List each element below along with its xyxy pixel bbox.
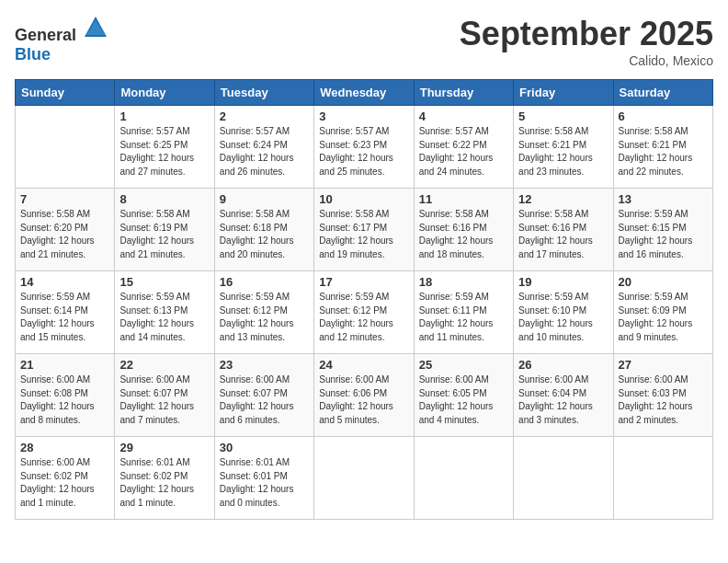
calendar-cell: 30Sunrise: 6:01 AM Sunset: 6:01 PM Dayli… [214, 437, 313, 520]
logo-general: General [15, 26, 76, 44]
day-number: 27 [619, 358, 708, 372]
day-info: Sunrise: 5:59 AM Sunset: 6:12 PM Dayligh… [220, 291, 309, 344]
page-header: General Blue September 2025 Calido, Mexi… [15, 15, 713, 68]
day-info: Sunrise: 6:00 AM Sunset: 6:02 PM Dayligh… [20, 456, 109, 510]
location: Calido, Mexico [460, 53, 713, 68]
calendar-cell: 18Sunrise: 5:59 AM Sunset: 6:11 PM Dayli… [414, 271, 513, 354]
calendar-cell: 19Sunrise: 5:59 AM Sunset: 6:10 PM Dayli… [514, 271, 613, 354]
calendar-cell: 13Sunrise: 5:59 AM Sunset: 6:15 PM Dayli… [613, 189, 712, 271]
day-info: Sunrise: 5:57 AM Sunset: 6:22 PM Dayligh… [419, 125, 508, 178]
day-info: Sunrise: 6:00 AM Sunset: 6:04 PM Dayligh… [518, 373, 608, 427]
day-info: Sunrise: 6:00 AM Sunset: 6:07 PM Dayligh… [119, 373, 209, 427]
day-info: Sunrise: 6:01 AM Sunset: 6:01 PM Dayligh… [220, 456, 309, 510]
calendar-cell: 24Sunrise: 6:00 AM Sunset: 6:06 PM Dayli… [314, 354, 414, 437]
day-number: 28 [20, 441, 109, 454]
day-number: 1 [119, 109, 209, 123]
day-number: 16 [220, 275, 309, 289]
day-header-friday: Friday [514, 80, 613, 106]
day-number: 20 [619, 275, 708, 289]
calendar-cell: 10Sunrise: 5:58 AM Sunset: 6:17 PM Dayli… [314, 189, 414, 271]
calendar-cell: 25Sunrise: 6:00 AM Sunset: 6:05 PM Dayli… [414, 354, 513, 437]
calendar-cell: 9Sunrise: 5:58 AM Sunset: 6:18 PM Daylig… [214, 189, 313, 271]
day-number: 6 [619, 109, 708, 123]
day-info: Sunrise: 5:59 AM Sunset: 6:09 PM Dayligh… [619, 291, 708, 344]
day-number: 18 [419, 275, 508, 289]
day-info: Sunrise: 5:59 AM Sunset: 6:12 PM Dayligh… [319, 291, 408, 344]
calendar-cell [514, 437, 613, 520]
day-info: Sunrise: 5:58 AM Sunset: 6:16 PM Dayligh… [518, 208, 608, 261]
day-info: Sunrise: 6:00 AM Sunset: 6:03 PM Dayligh… [619, 373, 708, 427]
calendar-cell: 3Sunrise: 5:57 AM Sunset: 6:23 PM Daylig… [314, 106, 414, 189]
week-row-2: 7Sunrise: 5:58 AM Sunset: 6:20 PM Daylig… [16, 189, 713, 271]
day-header-wednesday: Wednesday [314, 80, 414, 106]
calendar-cell: 29Sunrise: 6:01 AM Sunset: 6:02 PM Dayli… [115, 437, 214, 520]
day-number: 24 [319, 358, 408, 372]
calendar-cell: 20Sunrise: 5:59 AM Sunset: 6:09 PM Dayli… [613, 271, 712, 354]
day-number: 13 [619, 192, 708, 206]
day-number: 17 [319, 275, 408, 289]
calendar-cell: 2Sunrise: 5:57 AM Sunset: 6:24 PM Daylig… [214, 106, 313, 189]
day-number: 5 [518, 109, 608, 123]
calendar-cell [314, 437, 414, 520]
day-number: 9 [220, 192, 309, 206]
day-number: 10 [319, 192, 408, 206]
logo-blue: Blue [15, 45, 51, 63]
day-info: Sunrise: 6:00 AM Sunset: 6:07 PM Dayligh… [220, 373, 309, 427]
day-info: Sunrise: 6:00 AM Sunset: 6:08 PM Dayligh… [20, 373, 109, 427]
day-number: 11 [419, 192, 508, 206]
day-info: Sunrise: 5:59 AM Sunset: 6:14 PM Dayligh… [20, 291, 109, 344]
day-info: Sunrise: 6:00 AM Sunset: 6:06 PM Dayligh… [319, 373, 408, 427]
calendar-cell: 23Sunrise: 6:00 AM Sunset: 6:07 PM Dayli… [214, 354, 313, 437]
day-number: 19 [518, 275, 608, 289]
calendar-cell: 6Sunrise: 5:58 AM Sunset: 6:21 PM Daylig… [613, 106, 712, 189]
day-info: Sunrise: 5:58 AM Sunset: 6:19 PM Dayligh… [119, 208, 209, 261]
day-info: Sunrise: 5:59 AM Sunset: 6:10 PM Dayligh… [518, 291, 608, 344]
calendar-cell [414, 437, 513, 520]
day-header-thursday: Thursday [414, 80, 513, 106]
calendar-cell: 11Sunrise: 5:58 AM Sunset: 6:16 PM Dayli… [414, 189, 513, 271]
week-row-4: 21Sunrise: 6:00 AM Sunset: 6:08 PM Dayli… [16, 354, 713, 437]
day-number: 7 [20, 192, 109, 206]
day-info: Sunrise: 5:57 AM Sunset: 6:23 PM Dayligh… [319, 125, 408, 178]
day-info: Sunrise: 5:59 AM Sunset: 6:13 PM Dayligh… [119, 291, 209, 344]
day-number: 14 [20, 275, 109, 289]
day-number: 23 [220, 358, 309, 372]
calendar-cell: 7Sunrise: 5:58 AM Sunset: 6:20 PM Daylig… [16, 189, 115, 271]
day-info: Sunrise: 5:57 AM Sunset: 6:24 PM Dayligh… [220, 125, 309, 178]
day-info: Sunrise: 5:59 AM Sunset: 6:11 PM Dayligh… [419, 291, 508, 344]
calendar-cell: 17Sunrise: 5:59 AM Sunset: 6:12 PM Dayli… [314, 271, 414, 354]
calendar-cell: 12Sunrise: 5:58 AM Sunset: 6:16 PM Dayli… [514, 189, 613, 271]
calendar-cell [613, 437, 712, 520]
day-info: Sunrise: 5:58 AM Sunset: 6:16 PM Dayligh… [419, 208, 508, 261]
week-row-5: 28Sunrise: 6:00 AM Sunset: 6:02 PM Dayli… [16, 437, 713, 520]
title-block: September 2025 Calido, Mexico [460, 15, 713, 68]
day-number: 30 [220, 441, 309, 454]
day-number: 2 [220, 109, 309, 123]
svg-marker-1 [86, 20, 105, 35]
day-header-tuesday: Tuesday [214, 80, 313, 106]
day-header-sunday: Sunday [16, 80, 115, 106]
day-number: 8 [119, 192, 209, 206]
day-number: 21 [20, 358, 109, 372]
day-info: Sunrise: 5:58 AM Sunset: 6:21 PM Dayligh… [619, 125, 708, 178]
day-info: Sunrise: 6:01 AM Sunset: 6:02 PM Dayligh… [119, 456, 209, 510]
calendar-cell: 21Sunrise: 6:00 AM Sunset: 6:08 PM Dayli… [16, 354, 115, 437]
day-header-saturday: Saturday [613, 80, 712, 106]
calendar-cell: 1Sunrise: 5:57 AM Sunset: 6:25 PM Daylig… [115, 106, 214, 189]
day-number: 26 [518, 358, 608, 372]
calendar-cell: 16Sunrise: 5:59 AM Sunset: 6:12 PM Dayli… [214, 271, 313, 354]
logo-icon [83, 15, 108, 40]
week-row-3: 14Sunrise: 5:59 AM Sunset: 6:14 PM Dayli… [16, 271, 713, 354]
day-number: 29 [119, 441, 209, 454]
day-number: 3 [319, 109, 408, 123]
day-number: 22 [119, 358, 209, 372]
day-header-monday: Monday [115, 80, 214, 106]
calendar-cell: 4Sunrise: 5:57 AM Sunset: 6:22 PM Daylig… [414, 106, 513, 189]
day-number: 25 [419, 358, 508, 372]
calendar-header-row: SundayMondayTuesdayWednesdayThursdayFrid… [16, 80, 713, 106]
day-number: 4 [419, 109, 508, 123]
day-number: 15 [119, 275, 209, 289]
calendar-table: SundayMondayTuesdayWednesdayThursdayFrid… [15, 79, 713, 520]
calendar-cell: 8Sunrise: 5:58 AM Sunset: 6:19 PM Daylig… [115, 189, 214, 271]
calendar-cell: 28Sunrise: 6:00 AM Sunset: 6:02 PM Dayli… [16, 437, 115, 520]
